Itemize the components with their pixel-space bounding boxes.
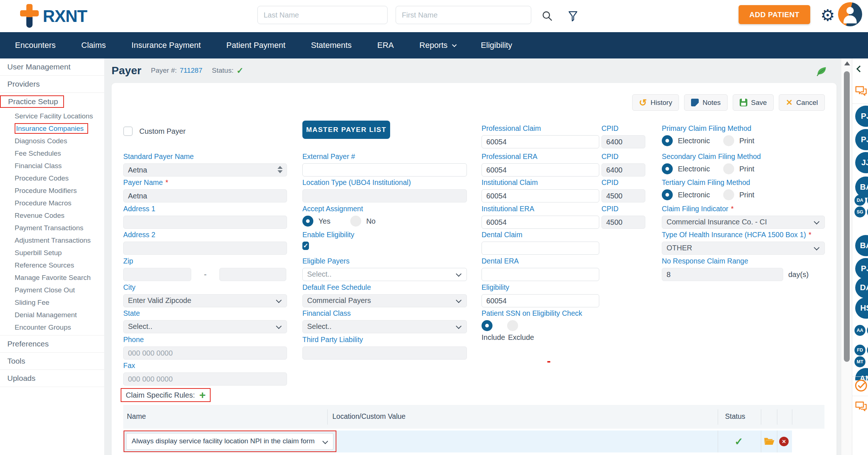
sidebar-item-practice-setup[interactable]: Practice Setup (0, 93, 104, 110)
enable-eligibility-checkbox[interactable] (302, 242, 309, 250)
institutional-claim-input[interactable] (482, 189, 599, 202)
ssn-include-radio[interactable] (482, 320, 493, 331)
sidebar-item-superbill-setup[interactable]: Superbill Setup (0, 247, 104, 259)
avatar[interactable]: MT (854, 356, 865, 367)
nav-reports[interactable]: Reports (419, 41, 455, 50)
financial-class-select[interactable]: Select.. (302, 320, 467, 333)
type-of-health-insurance-select[interactable]: OTHER (662, 242, 825, 255)
sidebar-item-procedure-codes[interactable]: Procedure Codes (0, 172, 104, 185)
sidebar-item-providers[interactable]: Providers (0, 76, 104, 93)
dental-claim-input[interactable] (482, 242, 599, 255)
scroll-up-arrow[interactable] (844, 61, 850, 65)
sidebar-item-sliding-fee[interactable]: Sliding Fee (0, 296, 104, 309)
sidebar-item-payment-close-out[interactable]: Payment Close Out (0, 284, 104, 296)
cancel-button[interactable]: ✕Cancel (779, 94, 825, 111)
sidebar-item-insurance-companies[interactable]: Insurance Companies (0, 122, 104, 135)
avatar[interactable]: PJ (855, 106, 868, 127)
check-circle-icon[interactable] (854, 378, 868, 394)
stepper-icon[interactable] (278, 166, 283, 173)
avatar[interactable]: FD (854, 345, 865, 356)
last-name-input[interactable] (257, 6, 388, 24)
default-fee-schedule-select[interactable]: Commercial Payers (302, 294, 467, 307)
sidebar-item-financial-class[interactable]: Financial Class (0, 160, 104, 172)
sidebar-item-denial-management[interactable]: Denial Management (0, 309, 104, 321)
sidebar-item-uploads[interactable]: Uploads (0, 370, 104, 387)
sidebar-item-encounter-groups[interactable]: Encounter Groups (0, 321, 104, 334)
leaf-icon[interactable] (815, 65, 828, 79)
institutional-era-input[interactable] (482, 216, 599, 229)
address1-input[interactable] (123, 216, 287, 229)
accept-assignment-yes-radio[interactable] (302, 216, 313, 227)
secondary-electronic-radio[interactable] (662, 163, 673, 174)
custom-payer-checkbox[interactable] (123, 126, 133, 136)
scrollbar-thumb[interactable] (844, 71, 850, 362)
avatar[interactable]: PJ (855, 129, 868, 150)
avatar[interactable]: PJ (855, 258, 868, 279)
payer-name-input[interactable] (123, 189, 287, 202)
cpid-institutional-claim-input[interactable] (601, 189, 645, 202)
phone-input[interactable] (123, 346, 287, 360)
city-select[interactable]: Enter Valid Zipcode (123, 294, 287, 307)
eligibility-input[interactable] (482, 294, 599, 307)
secondary-print-radio[interactable] (723, 163, 734, 174)
gear-icon[interactable]: ⚙ (820, 5, 835, 26)
external-payer-input[interactable] (302, 163, 467, 177)
nav-patient-payment[interactable]: Patient Payment (226, 41, 285, 50)
add-patient-button[interactable]: ADD PATIENT (739, 5, 810, 24)
save-button[interactable]: Save (733, 94, 774, 111)
avatar[interactable]: BA (855, 235, 868, 256)
avatar[interactable]: AA (854, 325, 865, 336)
rxnt-logo[interactable]: RXNT (20, 4, 87, 28)
state-select[interactable]: Select.. (123, 320, 287, 333)
ssn-exclude-radio[interactable] (507, 320, 518, 331)
professional-claim-input[interactable] (482, 135, 599, 148)
sidebar-item-procedure-modifiers[interactable]: Procedure Modifiers (0, 185, 104, 197)
delete-icon[interactable]: ✕ (779, 437, 789, 446)
sidebar-item-preferences[interactable]: Preferences (0, 335, 104, 353)
avatar[interactable]: JJ (855, 152, 868, 173)
avatar[interactable]: SG (854, 206, 865, 217)
sidebar-item-service-facility-locations[interactable]: Service Facility Locations (0, 110, 104, 122)
sidebar-item-user-management[interactable]: User Management (0, 58, 104, 76)
tertiary-electronic-radio[interactable] (662, 189, 673, 200)
sidebar-item-payment-transactions[interactable]: Payment Transactions (0, 222, 104, 234)
primary-electronic-radio[interactable] (662, 135, 673, 146)
master-payer-list-button[interactable]: MASTER PAYER LIST (302, 121, 390, 139)
filter-icon[interactable] (566, 9, 580, 23)
sidebar-item-revenue-codes[interactable]: Revenue Codes (0, 209, 104, 222)
nav-era[interactable]: ERA (377, 41, 394, 50)
cpid-institutional-era-input[interactable] (601, 216, 645, 229)
payer-number[interactable]: 711287 (180, 67, 203, 75)
cpid-professional-era-input[interactable] (601, 163, 645, 177)
avatar[interactable]: BA (855, 177, 868, 198)
address2-input[interactable] (123, 242, 287, 255)
eligible-payers-select[interactable]: Select.. (302, 268, 467, 281)
avatar[interactable]: HS (855, 297, 868, 319)
sidebar-item-adjustment-transactions[interactable]: Adjustment Transactions (0, 234, 104, 247)
no-response-claim-range-input[interactable] (662, 268, 783, 281)
professional-era-input[interactable] (482, 163, 599, 177)
cpid-professional-claim-input[interactable] (601, 135, 645, 148)
search-icon[interactable] (540, 9, 554, 23)
history-button[interactable]: ↺History (632, 94, 679, 111)
accept-assignment-no-radio[interactable] (350, 216, 361, 227)
nav-statements[interactable]: Statements (311, 41, 352, 50)
fax-input[interactable] (123, 372, 287, 386)
tertiary-print-radio[interactable] (723, 189, 734, 200)
standard-payer-name-input[interactable] (123, 163, 287, 177)
first-name-input[interactable] (396, 6, 531, 24)
notes-button[interactable]: Notes (684, 94, 728, 111)
chat-icon[interactable] (854, 400, 868, 415)
third-party-liability-input[interactable] (302, 346, 467, 360)
sidebar-item-tools[interactable]: Tools (0, 353, 104, 370)
nav-claims[interactable]: Claims (81, 41, 106, 50)
avatar[interactable]: DA (855, 277, 868, 298)
zip-ext-input[interactable] (219, 268, 286, 281)
zip-input[interactable] (123, 268, 191, 281)
sidebar-item-manage-favorite-search[interactable]: Manage Favorite Search (0, 272, 104, 284)
user-avatar[interactable] (838, 2, 862, 26)
nav-insurance-payment[interactable]: Insurance Payment (132, 41, 201, 50)
add-rule-icon[interactable]: + (199, 390, 206, 400)
primary-print-radio[interactable] (723, 135, 734, 146)
folder-icon[interactable] (764, 436, 775, 447)
